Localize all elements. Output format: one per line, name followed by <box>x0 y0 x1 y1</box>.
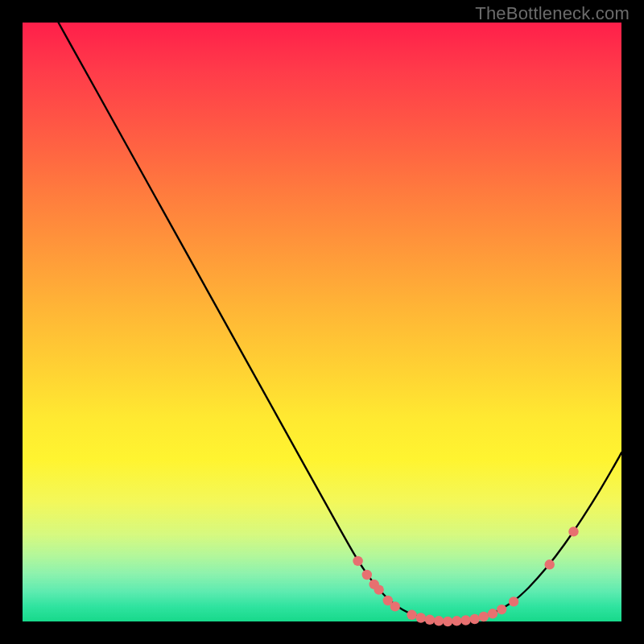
chart-markers <box>353 526 578 626</box>
chart-marker <box>470 614 480 624</box>
chart-plot-area <box>23 23 621 621</box>
watermark-text: TheBottleneck.com <box>475 3 630 24</box>
chart-marker <box>443 617 452 626</box>
chart-marker <box>390 601 400 611</box>
app-frame: TheBottleneck.com <box>0 0 644 644</box>
chart-marker <box>434 616 444 625</box>
chart-marker <box>479 612 489 621</box>
chart-marker <box>416 613 426 622</box>
chart-marker <box>545 559 555 569</box>
bottleneck-curve <box>59 23 621 621</box>
chart-marker <box>407 610 416 620</box>
chart-marker <box>460 615 470 625</box>
chart-svg <box>23 23 621 621</box>
chart-marker <box>497 605 506 614</box>
chart-marker <box>509 597 518 606</box>
chart-marker <box>488 609 497 618</box>
chart-marker <box>568 526 578 536</box>
chart-marker <box>452 616 461 625</box>
chart-marker <box>353 556 362 566</box>
chart-marker <box>362 570 372 580</box>
chart-marker <box>374 584 384 594</box>
chart-marker <box>425 615 435 625</box>
